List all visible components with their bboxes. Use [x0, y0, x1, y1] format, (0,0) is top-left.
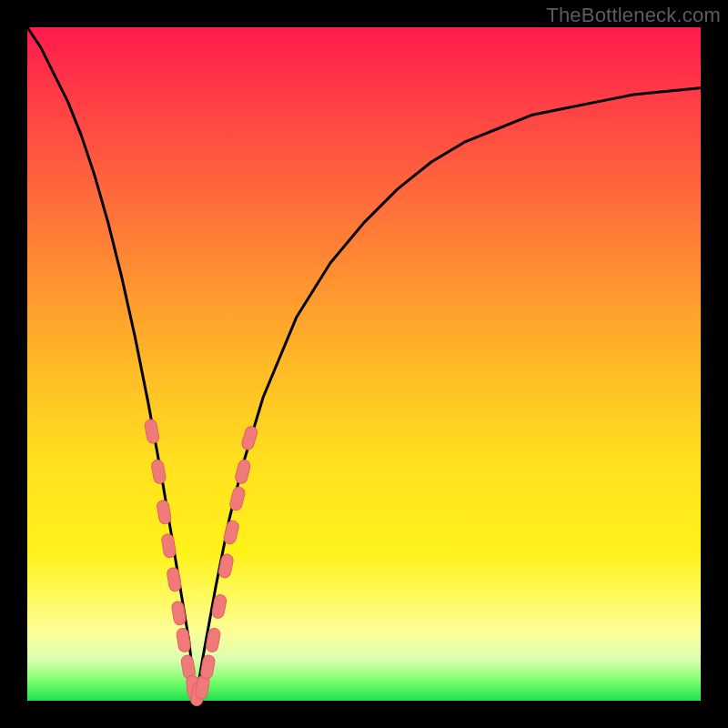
- marker-point: [157, 500, 172, 525]
- curve-group: [27, 27, 701, 701]
- marker-point: [223, 520, 240, 545]
- marker-point: [217, 553, 234, 579]
- bottleneck-curve: [27, 27, 701, 701]
- marker-point: [228, 486, 246, 511]
- marker-point: [234, 459, 251, 484]
- chart-svg: [27, 27, 701, 701]
- outer-frame: TheBottleneck.com: [0, 0, 728, 728]
- watermark-text: TheBottleneck.com: [546, 4, 721, 27]
- marker-point: [240, 425, 258, 451]
- marker-point: [176, 628, 191, 653]
- marker-point: [151, 459, 167, 484]
- marker-point: [144, 419, 159, 444]
- plot-area: [27, 27, 701, 701]
- marker-point: [167, 567, 182, 592]
- marker-point: [161, 533, 177, 559]
